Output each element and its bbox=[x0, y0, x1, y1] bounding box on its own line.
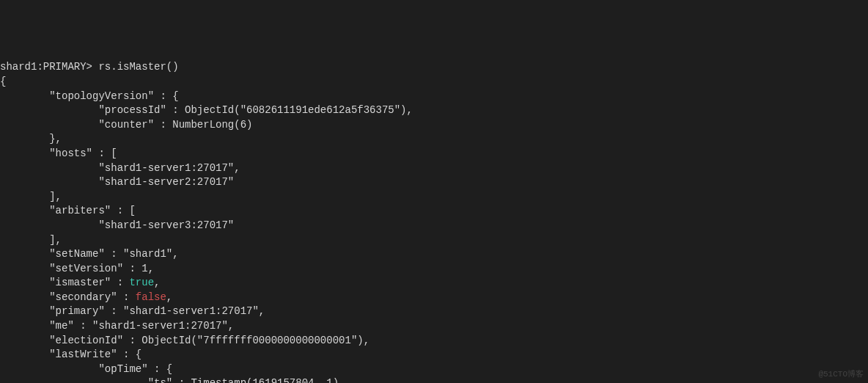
output-line: "shard1-server2:27017" bbox=[0, 176, 234, 188]
output-line: "ts" : Timestamp(1619157804, 1), bbox=[0, 377, 345, 383]
command: rs.isMaster() bbox=[98, 61, 178, 73]
output-line: "setVersion" : 1, bbox=[0, 263, 154, 274]
output-line: "arbiters" : [ bbox=[0, 205, 136, 216]
output-line: "primary" : "shard1-server1:27017", bbox=[0, 305, 265, 317]
output-line: "secondary" : false, bbox=[0, 291, 172, 303]
output-line: "hosts" : [ bbox=[0, 147, 117, 159]
output-line: ], bbox=[0, 234, 62, 246]
output-line: { bbox=[0, 76, 6, 87]
output-line: "setName" : "shard1", bbox=[0, 248, 179, 260]
prompt: shard1:PRIMARY> bbox=[0, 61, 98, 73]
output-line: }, bbox=[0, 133, 62, 145]
output-line: "processId" : ObjectId("6082611191ede612… bbox=[0, 104, 413, 116]
output-line: "shard1-server3:27017" bbox=[0, 219, 234, 231]
output-line: "counter" : NumberLong(6) bbox=[0, 119, 252, 131]
output-line: "ismaster" : true, bbox=[0, 277, 160, 288]
terminal-output[interactable]: shard1:PRIMARY> rs.isMaster() { "topolog… bbox=[0, 60, 868, 383]
output-line: ], bbox=[0, 191, 62, 203]
false-value: false bbox=[136, 291, 166, 303]
output-line: "opTime" : { bbox=[0, 363, 172, 375]
output-line: "lastWrite" : { bbox=[0, 349, 141, 360]
output-line: "electionId" : ObjectId("7fffffff0000000… bbox=[0, 335, 369, 346]
watermark: @51CTO博客 bbox=[818, 369, 864, 380]
output-line: "topologyVersion" : { bbox=[0, 90, 179, 102]
true-value: true bbox=[129, 277, 154, 288]
output-line: "me" : "shard1-server1:27017", bbox=[0, 320, 234, 332]
output-line: "shard1-server1:27017", bbox=[0, 162, 240, 174]
